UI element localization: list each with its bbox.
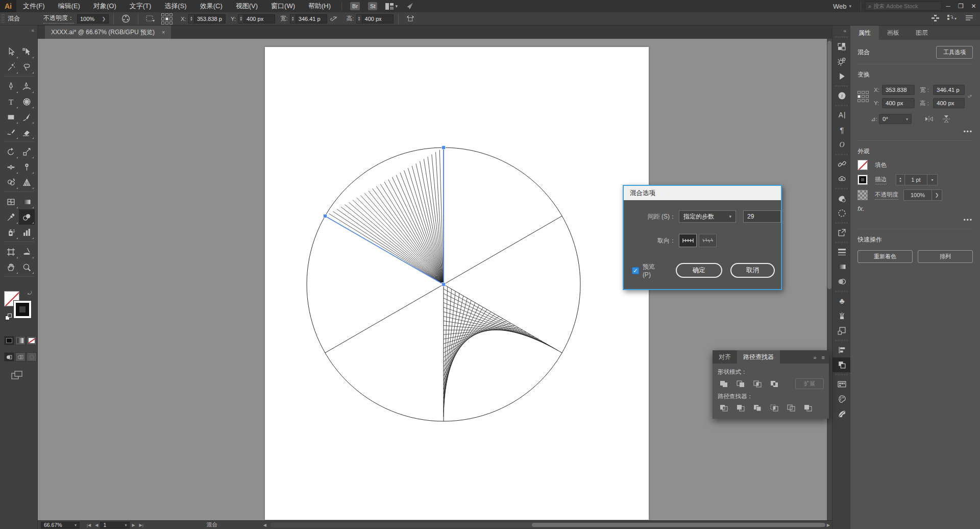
steps-input[interactable] xyxy=(743,210,781,223)
width-stepper[interactable]: ▲▼ xyxy=(290,14,296,23)
cancel-button[interactable]: 取消 xyxy=(730,263,775,278)
dock-drag-handle[interactable] xyxy=(835,339,848,342)
x-stepper[interactable]: ▲▼ xyxy=(188,14,194,23)
perspective-grid-tool[interactable] xyxy=(19,175,35,190)
none-mode-button[interactable] xyxy=(27,336,37,345)
stroke-link[interactable]: 描边 xyxy=(875,176,887,184)
height-field[interactable]: 400 px xyxy=(933,98,965,108)
type-tool[interactable]: T xyxy=(3,94,19,109)
pathfinder-panel-icon[interactable] xyxy=(832,357,851,372)
opacity-field[interactable]: 100% ❯ xyxy=(77,14,109,23)
more-options-button[interactable]: ••• xyxy=(857,217,973,224)
opacity-swatch[interactable] xyxy=(857,190,868,200)
swatches-panel-icon[interactable] xyxy=(832,377,851,392)
shape-builder-tool[interactable] xyxy=(3,175,19,190)
horizontal-scrollbar-thumb[interactable] xyxy=(532,523,825,527)
rectangle-tool[interactable] xyxy=(3,109,19,125)
links-panel-icon[interactable] xyxy=(832,157,851,172)
y-field[interactable]: 400 px xyxy=(243,14,275,23)
more-options-button[interactable]: ••• xyxy=(857,128,973,135)
rotation-angle-dropdown[interactable]: 0° ▾ xyxy=(879,114,912,124)
share-rocket-icon[interactable] xyxy=(406,3,414,10)
info-panel-icon[interactable]: i xyxy=(832,88,851,103)
y-field[interactable]: 400 px xyxy=(882,98,915,108)
flip-vertical-icon[interactable] xyxy=(942,115,950,123)
menu-item-6[interactable]: 视图(V) xyxy=(229,0,264,12)
menu-item-8[interactable]: 帮助(H) xyxy=(302,0,337,12)
dock-drag-handle[interactable] xyxy=(835,35,848,39)
curvature-tool[interactable] xyxy=(19,79,35,94)
height-field[interactable]: 400 px xyxy=(362,14,394,23)
artboard-small-panel-icon[interactable] xyxy=(832,323,851,338)
height-stepper[interactable]: ▲▼ xyxy=(356,14,362,23)
fx-effects-button[interactable]: fx. xyxy=(857,205,865,212)
next-artboard-button[interactable]: ▶ xyxy=(132,523,135,527)
bridge-button[interactable]: Br xyxy=(350,2,360,10)
menu-item-2[interactable]: 对象(O) xyxy=(87,0,123,12)
mesh-tool[interactable] xyxy=(3,194,19,209)
first-artboard-button[interactable]: |◀ xyxy=(87,523,91,527)
artboard-tool[interactable] xyxy=(3,244,19,259)
pathfinder-merge-button[interactable] xyxy=(751,403,764,413)
polar-grid-tool[interactable] xyxy=(19,94,35,109)
stock-button[interactable]: St xyxy=(368,2,377,10)
menu-item-7[interactable]: 窗口(W) xyxy=(264,0,302,12)
window-restore-button[interactable]: ❐ xyxy=(954,0,967,12)
workspace-switcher[interactable]: Web ▾ xyxy=(828,3,856,10)
pen-tool[interactable] xyxy=(3,79,19,94)
tool-options-button[interactable]: 工具选项 xyxy=(936,46,973,59)
draw-normal-button[interactable] xyxy=(4,352,14,362)
vertical-scrollbar[interactable] xyxy=(827,39,832,520)
transform-icon[interactable] xyxy=(406,15,414,22)
shape-mode-unite-button[interactable] xyxy=(718,379,730,389)
align-panel-icon[interactable] xyxy=(832,343,851,357)
panel-drag-handle[interactable] xyxy=(1,14,5,23)
menu-item-4[interactable]: 选择(S) xyxy=(158,0,193,12)
color-mode-button[interactable] xyxy=(4,336,14,345)
tab-layers[interactable]: 图层 xyxy=(908,26,936,40)
artboard-number-dropdown[interactable]: 1 ▾ xyxy=(100,522,130,528)
collapse-toolbar-button[interactable]: « xyxy=(31,28,34,33)
actions-play-panel-icon[interactable] xyxy=(832,69,851,84)
export-panel-icon[interactable] xyxy=(832,225,851,240)
brushes-panel-icon[interactable] xyxy=(832,308,851,323)
panel-overflow-icon[interactable]: » xyxy=(813,354,816,360)
cc-libraries-panel-icon[interactable] xyxy=(832,172,851,186)
orient-align-page-button[interactable] xyxy=(679,234,697,247)
color-guide-panel-icon[interactable] xyxy=(832,406,851,421)
dock-drag-handle[interactable] xyxy=(835,373,848,376)
arrange-documents-button[interactable]: ▾ xyxy=(385,3,398,10)
previous-artboard-button[interactable]: ◀ xyxy=(95,523,98,527)
horizontal-scrollbar[interactable] xyxy=(271,522,823,527)
pathfinder-crop-button[interactable] xyxy=(768,403,780,413)
stroke-color-swatch[interactable] xyxy=(857,175,868,185)
dock-drag-handle[interactable] xyxy=(835,84,848,88)
adobe-stock-search[interactable]: ⌕ xyxy=(865,2,942,11)
gradient-mode-button[interactable] xyxy=(15,336,26,345)
last-artboard-button[interactable]: ▶| xyxy=(139,523,143,527)
puppet-warp-tool[interactable] xyxy=(19,159,35,175)
blend-tool[interactable] xyxy=(19,209,35,225)
column-graph-tool[interactable] xyxy=(19,225,35,240)
screen-mode-button[interactable] xyxy=(11,371,22,381)
fill-color-swatch[interactable] xyxy=(857,160,868,170)
default-fill-stroke-icon[interactable] xyxy=(5,314,12,321)
stroke-swatch-black[interactable] xyxy=(13,300,32,319)
pathfinder-minus-back-button[interactable] xyxy=(802,403,814,413)
vertical-scrollbar-thumb[interactable] xyxy=(827,41,831,289)
opacity-value-field[interactable]: 100% xyxy=(903,189,932,201)
eraser-tool[interactable] xyxy=(19,125,35,140)
pathfinder-divide-button[interactable] xyxy=(718,403,730,413)
selection-tool[interactable] xyxy=(3,44,19,59)
flip-horizontal-icon[interactable] xyxy=(925,115,933,123)
automation-panel-icon[interactable] xyxy=(832,54,851,69)
paragraph-panel-icon[interactable]: ¶ xyxy=(832,123,851,137)
gradient-tool[interactable] xyxy=(19,194,35,209)
spacing-dropdown[interactable]: 指定的步数 ▾ xyxy=(679,210,736,223)
dock-drag-handle[interactable] xyxy=(835,104,848,107)
pathfinder-outline-button[interactable] xyxy=(785,403,797,413)
symbols-panel-icon[interactable]: ♣ xyxy=(832,294,851,308)
x-field[interactable]: 353.838 xyxy=(882,85,915,95)
opacity-link[interactable]: 不透明度： xyxy=(43,14,74,23)
opacity-link[interactable]: 不透明度 xyxy=(875,191,898,200)
